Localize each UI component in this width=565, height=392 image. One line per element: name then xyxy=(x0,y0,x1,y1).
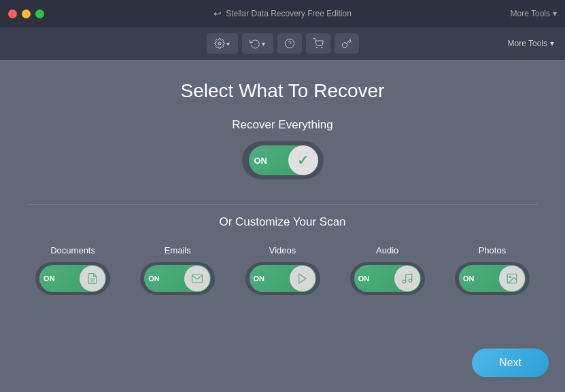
settings-button[interactable]: ▾ xyxy=(207,33,238,54)
page-title: Select What To Recover xyxy=(181,80,385,102)
app-title: Stellar Data Recovery Free Edition xyxy=(226,9,352,18)
toggle-on-text: ON xyxy=(254,156,268,166)
emails-item: Emails ON xyxy=(132,245,223,295)
photos-label: Photos xyxy=(479,245,506,255)
documents-item: Documents ON xyxy=(27,245,118,295)
more-tools-label: More Tools xyxy=(511,9,550,18)
app-icon: ↩ xyxy=(213,8,222,19)
email-icon xyxy=(191,272,203,285)
traffic-lights xyxy=(8,10,44,18)
check-icon: ✓ xyxy=(297,152,309,168)
audio-item: Audio ON xyxy=(342,245,433,295)
cart-icon xyxy=(313,38,324,49)
video-icon xyxy=(296,272,309,285)
audio-knob xyxy=(394,266,420,291)
documents-toggle[interactable]: ON xyxy=(35,262,110,295)
more-tools-right[interactable]: More Tools ▾ xyxy=(508,39,554,48)
photo-icon xyxy=(506,272,518,285)
photos-toggle[interactable]: ON xyxy=(455,262,530,295)
more-tools-button[interactable]: More Tools ▾ xyxy=(511,9,557,18)
dropdown-arrow: ▾ xyxy=(226,40,230,48)
next-button[interactable]: Next xyxy=(472,349,549,377)
key-button[interactable] xyxy=(335,33,359,54)
videos-label: Videos xyxy=(269,245,296,255)
dropdown-arrow2: ▾ xyxy=(262,40,265,48)
svg-marker-7 xyxy=(298,274,306,283)
document-icon xyxy=(86,272,99,285)
svg-point-11 xyxy=(509,276,511,277)
file-types-row: Documents ON xyxy=(27,245,538,295)
svg-point-0 xyxy=(218,42,221,45)
help-button[interactable] xyxy=(277,33,302,54)
documents-label: Documents xyxy=(50,245,95,255)
svg-point-3 xyxy=(316,47,317,48)
title-bar: ↩ Stellar Data Recovery Free Edition Mor… xyxy=(0,0,565,27)
videos-toggle-text: ON xyxy=(254,274,265,283)
customize-label: Or Customize Your Scan xyxy=(219,215,345,229)
videos-toggle[interactable]: ON xyxy=(245,262,320,295)
history-button[interactable]: ▾ xyxy=(242,33,273,54)
svg-point-9 xyxy=(409,279,412,283)
minimize-button[interactable] xyxy=(22,10,31,18)
audio-label: Audio xyxy=(376,245,398,255)
toggle-knob: ✓ xyxy=(288,145,318,175)
chevron-right-icon: ▾ xyxy=(550,39,554,48)
videos-item: Videos ON xyxy=(237,245,328,295)
audio-icon xyxy=(401,272,413,285)
photos-item: Photos ON xyxy=(447,245,538,295)
customize-section: Or Customize Your Scan Documents ON xyxy=(27,215,538,295)
close-button[interactable] xyxy=(8,10,17,18)
documents-toggle-text: ON xyxy=(44,274,55,283)
audio-toggle-text: ON xyxy=(358,274,370,283)
toolbar: ▾ ▾ More Tools ▾ xyxy=(0,27,565,60)
svg-point-8 xyxy=(403,280,406,283)
audio-toggle[interactable]: ON xyxy=(350,262,425,295)
app-title-center: ↩ Stellar Data Recovery Free Edition xyxy=(213,8,352,19)
svg-point-4 xyxy=(321,47,322,48)
shop-button[interactable] xyxy=(306,33,330,54)
photos-toggle-text: ON xyxy=(463,274,475,283)
history-icon xyxy=(250,38,260,49)
videos-knob xyxy=(290,266,315,291)
svg-point-1 xyxy=(285,39,294,48)
more-tools-right-label: More Tools xyxy=(508,39,547,48)
documents-knob xyxy=(80,266,105,291)
maximize-button[interactable] xyxy=(35,10,44,18)
emails-label: Emails xyxy=(165,245,191,255)
recover-everything-section: Recover Everything ON ✓ xyxy=(232,118,332,179)
emails-knob xyxy=(184,266,210,291)
recover-everything-label: Recover Everything xyxy=(232,118,332,132)
chevron-down-icon: ▾ xyxy=(553,9,557,18)
help-icon xyxy=(284,38,295,49)
emails-toggle-text: ON xyxy=(148,274,160,283)
main-content: Select What To Recover Recover Everythin… xyxy=(0,60,565,392)
recover-everything-toggle[interactable]: ON ✓ xyxy=(242,141,324,179)
key-icon xyxy=(341,38,352,49)
gear-icon xyxy=(214,38,225,49)
section-divider xyxy=(27,204,538,204)
emails-toggle[interactable]: ON xyxy=(140,262,215,295)
photos-knob xyxy=(499,266,525,291)
